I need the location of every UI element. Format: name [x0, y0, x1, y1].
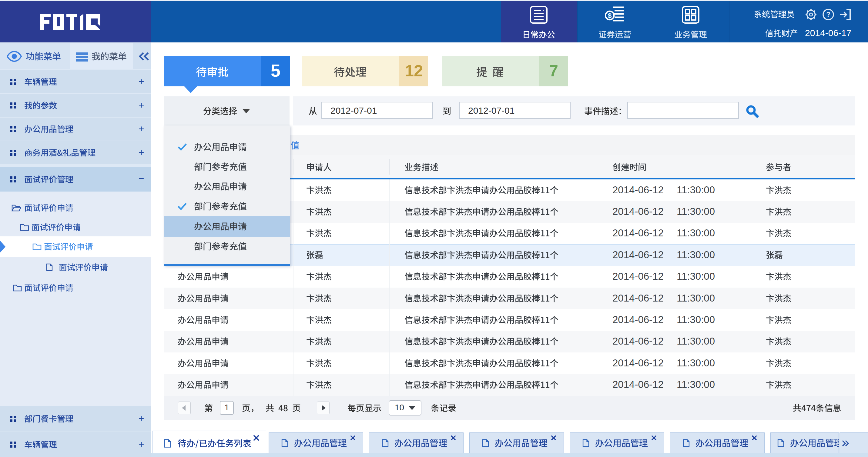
svg-text:?: ?	[826, 10, 830, 19]
svg-text:$: $	[608, 12, 612, 20]
